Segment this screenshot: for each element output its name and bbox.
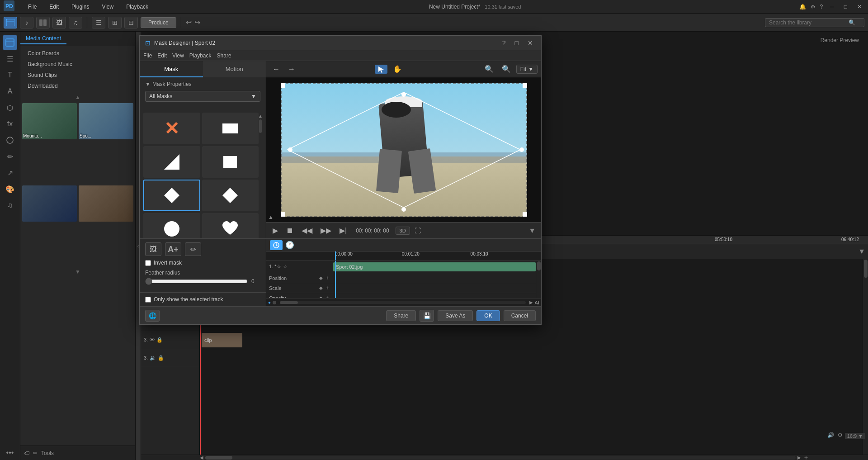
diamond-handle-br[interactable] <box>523 212 527 217</box>
media-btn[interactable] <box>4 17 17 28</box>
mask-step-fwd-btn[interactable]: ▶| <box>337 225 349 236</box>
search-input[interactable] <box>769 19 846 26</box>
sidebar-pen[interactable]: ✏ <box>3 149 17 164</box>
media-thumb-1[interactable]: Mounta... <box>22 103 77 139</box>
mask-tl-add-keyframe[interactable]: 🕐 <box>285 241 294 249</box>
sidebar-mask[interactable] <box>3 133 17 147</box>
mask-maximize-btn[interactable]: □ <box>512 38 521 47</box>
mask-zoom-out-btn[interactable]: 🔍 <box>482 64 496 74</box>
mask-tl-scrollbar-thumb[interactable] <box>537 261 541 270</box>
notification-icon[interactable]: 🔔 <box>799 4 806 10</box>
grid-view-btn[interactable]: ⊞ <box>108 17 122 28</box>
menu-edit[interactable]: Edit <box>47 3 61 11</box>
mask-text-btn[interactable]: A+ <box>165 242 181 256</box>
sidebar-audio[interactable]: ♫ <box>3 198 17 213</box>
nav-color-boards[interactable]: Color Boards <box>20 48 135 59</box>
diamond-handle-tl[interactable] <box>281 83 285 88</box>
mask-item-slash[interactable] <box>143 146 200 178</box>
scroll-right-btn[interactable]: ▶ <box>797 455 801 460</box>
diamond-handle-tr[interactable] <box>523 83 527 88</box>
only-track-checkbox[interactable] <box>145 297 151 303</box>
mask-tl-add-at[interactable]: At <box>535 300 539 305</box>
mask-item-rect[interactable] <box>202 113 259 144</box>
menu-file[interactable]: File <box>25 3 39 11</box>
mask-item-diamond[interactable] <box>143 180 200 211</box>
scroll-left-btn[interactable]: ◀ <box>200 455 203 460</box>
scrollbar-thumb-v[interactable] <box>864 260 868 278</box>
diamond-handle-bl[interactable] <box>281 212 285 217</box>
pencil-icon[interactable]: ✏ <box>33 450 38 456</box>
mask-zoom-level[interactable]: Fit ▼ <box>516 65 538 74</box>
list-view-btn[interactable]: ☰ <box>92 17 105 28</box>
mask-fullscreen-btn[interactable]: ⛶ <box>415 227 421 234</box>
mask-item-rect2[interactable] <box>202 146 259 178</box>
ok-button[interactable]: OK <box>476 310 500 321</box>
music-btn[interactable]: ♪ <box>20 17 33 28</box>
mask-menu-view[interactable]: View <box>172 52 184 59</box>
share-button[interactable]: Share <box>386 310 416 321</box>
invert-mask-checkbox[interactable] <box>145 260 151 266</box>
mask-help-btn[interactable]: ? <box>500 38 509 47</box>
maximize-btn[interactable]: □ <box>841 4 850 10</box>
menu-view[interactable]: View <box>99 3 116 11</box>
scroll-thumb[interactable] <box>205 456 232 460</box>
sidebar-media[interactable] <box>3 35 17 50</box>
mask-tl-scroll-right[interactable]: ▶ <box>529 300 533 305</box>
scale-keyframe-btn[interactable]: ◆ <box>319 285 323 290</box>
help-icon[interactable]: ? <box>820 4 823 10</box>
mask-item-circle[interactable] <box>143 213 200 238</box>
mask-play-btn[interactable]: ▶ <box>270 225 281 236</box>
mask-zoom-in-btn[interactable]: 🔍 <box>499 64 514 74</box>
mask-hand-btn[interactable]: ✋ <box>390 64 405 74</box>
mask-item-heart[interactable] <box>202 213 259 238</box>
mask-menu-file[interactable]: File <box>143 52 152 59</box>
nav-background-music[interactable]: Background Music <box>20 59 135 70</box>
scroll-up-arrow[interactable]: ▲ <box>20 93 135 101</box>
diamond-handle-top[interactable] <box>401 92 406 97</box>
mask-tl-circle-marker[interactable]: ● <box>268 300 271 305</box>
mask-next-frame-btn[interactable]: ▶▶ <box>318 225 334 236</box>
mask-menu-edit[interactable]: Edit <box>157 52 167 59</box>
track-eye-3[interactable]: 👁 <box>150 337 155 342</box>
mask-pen-btn[interactable]: ✏ <box>185 242 201 256</box>
close-btn[interactable]: ✕ <box>854 4 864 10</box>
settings-icon[interactable]: ⚙ <box>811 4 816 10</box>
sidebar-objects[interactable]: ⬡ <box>3 100 17 115</box>
mask-prev-frame-btn[interactable]: ◀◀ <box>299 225 315 236</box>
undo-btn[interactable]: ↩ <box>186 18 192 27</box>
mask-back-btn[interactable]: ← <box>270 64 283 74</box>
detail-view-btn[interactable]: ⊟ <box>124 17 138 28</box>
mask-tl-scrollbar-v[interactable] <box>536 261 541 298</box>
menu-playback[interactable]: Playback <box>123 3 151 11</box>
mask-fwd-btn[interactable]: → <box>285 64 298 74</box>
mask-tab-motion[interactable]: Motion <box>203 61 266 77</box>
menu-plugins[interactable]: Plugins <box>69 3 92 11</box>
redo-btn[interactable]: ↪ <box>194 18 200 27</box>
audio-btn[interactable]: ♫ <box>69 17 82 28</box>
photo-btn[interactable]: 🖼 <box>52 17 66 28</box>
feather-slider[interactable] <box>145 278 248 285</box>
tag-icon[interactable]: 🏷 <box>24 450 29 456</box>
sidebar-storyboard[interactable]: ☰ <box>3 52 17 66</box>
section-collapse-icon[interactable]: ▼ <box>145 81 151 87</box>
mask-menu-share[interactable]: Share <box>217 52 231 59</box>
mask-clip-bar[interactable]: Sport 02.jpg <box>333 262 536 271</box>
track-lock-3[interactable]: 🔒 <box>156 337 163 343</box>
sidebar-more[interactable]: ••• <box>3 446 17 460</box>
media-content-tab[interactable]: Media Content <box>20 33 66 44</box>
mask-item-none[interactable]: ✕ <box>143 113 200 144</box>
media-thumb-4[interactable] <box>79 185 133 222</box>
clip-3[interactable]: clip <box>202 333 242 347</box>
sidebar-fx[interactable]: fx <box>3 117 17 131</box>
mask-tl-dot[interactable] <box>273 301 276 304</box>
media-thumb-2[interactable]: Spo... <box>79 103 133 139</box>
mask-stop-btn[interactable]: ⏹ <box>283 226 296 236</box>
transitions-btn[interactable] <box>36 17 50 28</box>
save-as-button[interactable]: Save As <box>438 310 473 321</box>
mask-dropdown[interactable]: All Masks ▼ <box>145 91 260 102</box>
nav-sound-clips[interactable]: Sound Clips <box>20 70 135 81</box>
pos-keyframe-btn[interactable]: ◆ <box>319 275 323 280</box>
sidebar-transitions[interactable]: T <box>3 68 17 82</box>
mask-3d-mode[interactable]: 3D <box>396 227 410 235</box>
mask-cursor-btn[interactable] <box>375 65 387 74</box>
